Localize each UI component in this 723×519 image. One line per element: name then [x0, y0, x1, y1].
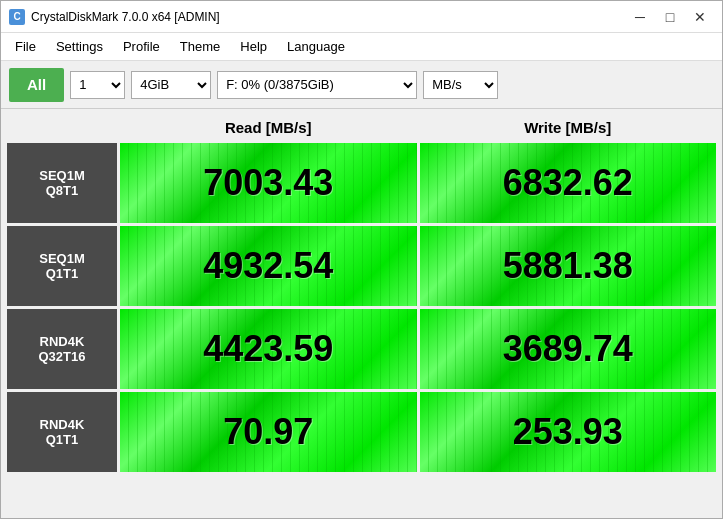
drive-select[interactable]: F: 0% (0/3875GiB): [217, 71, 417, 99]
maximize-button[interactable]: □: [656, 5, 684, 29]
menu-profile[interactable]: Profile: [113, 36, 170, 57]
read-value-1: 4932.54: [203, 245, 333, 287]
menu-help[interactable]: Help: [230, 36, 277, 57]
row-label-2: RND4K Q32T16: [7, 309, 117, 389]
row-label-text-3: RND4K Q1T1: [40, 417, 85, 447]
row-read-0: 7003.43: [120, 143, 417, 223]
row-write-1: 5881.38: [420, 226, 717, 306]
header-label-col: [7, 115, 117, 140]
table-row: RND4K Q1T1 70.97 253.93: [7, 392, 716, 472]
menu-language[interactable]: Language: [277, 36, 355, 57]
table-header: Read [MB/s] Write [MB/s]: [7, 115, 716, 140]
write-value-1: 5881.38: [503, 245, 633, 287]
table-row: RND4K Q32T16 4423.59 3689.74: [7, 309, 716, 389]
window-title: CrystalDiskMark 7.0.0 x64 [ADMIN]: [31, 10, 626, 24]
menu-settings[interactable]: Settings: [46, 36, 113, 57]
title-bar: C CrystalDiskMark 7.0.0 x64 [ADMIN] ─ □ …: [1, 1, 722, 33]
write-value-3: 253.93: [513, 411, 623, 453]
row-label-1: SEQ1M Q1T1: [7, 226, 117, 306]
row-read-1: 4932.54: [120, 226, 417, 306]
menu-bar: File Settings Profile Theme Help Languag…: [1, 33, 722, 61]
read-value-3: 70.97: [223, 411, 313, 453]
minimize-button[interactable]: ─: [626, 5, 654, 29]
main-window: C CrystalDiskMark 7.0.0 x64 [ADMIN] ─ □ …: [0, 0, 723, 519]
table-row: SEQ1M Q8T1 7003.43 6832.62: [7, 143, 716, 223]
header-write: Write [MB/s]: [420, 115, 717, 140]
count-select[interactable]: 1: [70, 71, 125, 99]
row-write-0: 6832.62: [420, 143, 717, 223]
window-controls: ─ □ ✕: [626, 5, 714, 29]
row-label-text-2: RND4K Q32T16: [39, 334, 86, 364]
row-write-2: 3689.74: [420, 309, 717, 389]
menu-theme[interactable]: Theme: [170, 36, 230, 57]
read-value-0: 7003.43: [203, 162, 333, 204]
table-row: SEQ1M Q1T1 4932.54 5881.38: [7, 226, 716, 306]
row-read-3: 70.97: [120, 392, 417, 472]
app-icon: C: [9, 9, 25, 25]
all-button[interactable]: All: [9, 68, 64, 102]
write-value-0: 6832.62: [503, 162, 633, 204]
row-label-text-1: SEQ1M Q1T1: [39, 251, 85, 281]
toolbar: All 1 4GiB F: 0% (0/3875GiB) MB/s: [1, 61, 722, 109]
menu-file[interactable]: File: [5, 36, 46, 57]
row-label-0: SEQ1M Q8T1: [7, 143, 117, 223]
row-label-3: RND4K Q1T1: [7, 392, 117, 472]
write-value-2: 3689.74: [503, 328, 633, 370]
row-label-text-0: SEQ1M Q8T1: [39, 168, 85, 198]
close-button[interactable]: ✕: [686, 5, 714, 29]
unit-select[interactable]: MB/s: [423, 71, 498, 99]
main-content: Read [MB/s] Write [MB/s] SEQ1M Q8T1 7003…: [1, 109, 722, 518]
size-select[interactable]: 4GiB: [131, 71, 211, 99]
row-write-3: 253.93: [420, 392, 717, 472]
read-value-2: 4423.59: [203, 328, 333, 370]
row-read-2: 4423.59: [120, 309, 417, 389]
header-read: Read [MB/s]: [120, 115, 417, 140]
